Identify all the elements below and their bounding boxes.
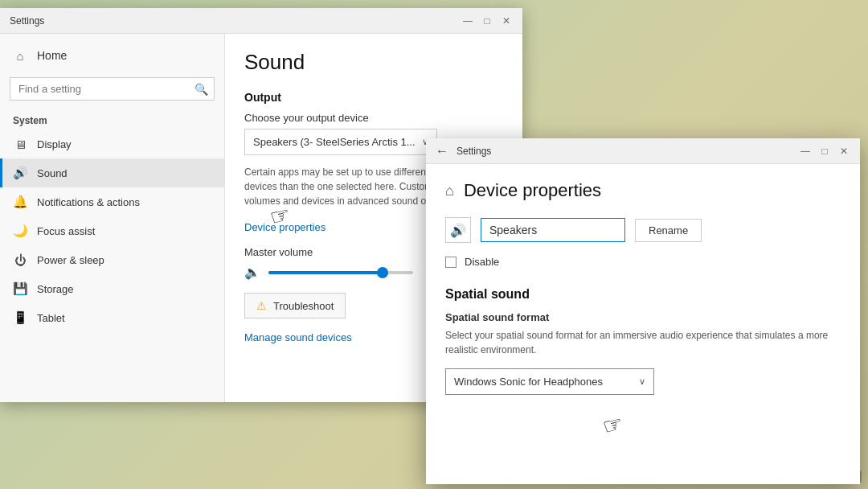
volume-speaker-icon: 🔈	[244, 265, 260, 280]
back-arrow-icon[interactable]: ←	[436, 144, 448, 158]
speaker-box-icon: 🔊	[450, 223, 466, 238]
speakers-input-row: 🔊 Rename	[445, 217, 841, 243]
power-icon: ⏻	[13, 253, 27, 267]
dp-page-title: ⌂ Device properties	[445, 180, 841, 201]
maximize-button[interactable]: □	[481, 14, 493, 27]
dp-window-controls: — □ ✕	[799, 145, 850, 158]
device-properties-window: ← Settings — □ ✕ ⌂ Device properties 🔊 R…	[426, 138, 860, 484]
dp-titlebar-left: ← Settings	[436, 144, 491, 158]
spatial-description: Select your spatial sound format for an …	[445, 328, 841, 357]
main-window-title: Settings	[10, 15, 44, 27]
system-section-label: System	[0, 107, 224, 129]
sidebar-item-label: Storage	[37, 283, 74, 295]
cursor-hand-spatial: ☞	[600, 409, 626, 440]
sidebar-item-label: Focus assist	[37, 225, 95, 237]
disable-label: Disable	[465, 256, 499, 268]
speaker-icon-box: 🔊	[445, 217, 471, 243]
troubleshoot-label: Troubleshoot	[273, 300, 334, 312]
dp-page-title-text: Device properties	[464, 180, 601, 201]
sidebar-item-storage[interactable]: 💾 Storage	[0, 274, 224, 303]
choose-output-label: Choose your output device	[244, 112, 503, 124]
search-icon: 🔍	[194, 83, 208, 96]
sidebar-home-label: Home	[37, 49, 67, 62]
dp-window-title: Settings	[457, 146, 491, 157]
dp-home-icon: ⌂	[445, 183, 454, 199]
dp-close-button[interactable]: ✕	[837, 145, 850, 158]
home-icon: ⌂	[13, 48, 27, 63]
sidebar-item-tablet[interactable]: 📱 Tablet	[0, 303, 224, 332]
spatial-sound-dropdown[interactable]: Windows Sonic for Headphones ∨	[445, 368, 654, 395]
close-button[interactable]: ✕	[500, 14, 513, 27]
sidebar-item-label: Display	[37, 138, 72, 150]
spatial-dropdown-arrow-icon: ∨	[639, 376, 645, 387]
notifications-icon: 🔔	[13, 195, 27, 209]
dp-titlebar: ← Settings — □ ✕	[426, 138, 860, 164]
warning-icon: ⚠	[256, 299, 267, 312]
sidebar-item-sound[interactable]: 🔊 Sound	[0, 158, 224, 187]
dp-minimize-button[interactable]: —	[799, 145, 812, 158]
storage-icon: 💾	[13, 281, 27, 296]
spatial-format-label: Spatial sound format	[445, 311, 841, 323]
manage-sound-devices-link[interactable]: Manage sound devices	[244, 331, 352, 343]
rename-button[interactable]: Rename	[635, 219, 702, 242]
disable-checkbox[interactable]	[445, 257, 457, 268]
focus-icon: 🌙	[13, 224, 27, 238]
volume-thumb	[377, 267, 388, 278]
sidebar-item-notifications[interactable]: 🔔 Notifications & actions	[0, 187, 224, 216]
speakers-name-input[interactable]	[481, 218, 625, 242]
sidebar-home-item[interactable]: ⌂ Home	[0, 40, 224, 71]
sidebar-item-label: Sound	[37, 167, 68, 179]
main-titlebar: Settings — □ ✕	[0, 8, 522, 34]
minimize-button[interactable]: —	[461, 14, 474, 27]
device-name-text: Speakers (3- SteelSeries Arctis 1...	[253, 136, 416, 148]
sidebar-item-display[interactable]: 🖥 Display	[0, 129, 224, 158]
sidebar-item-power[interactable]: ⏻ Power & sleep	[0, 245, 224, 274]
dp-maximize-button[interactable]: □	[818, 145, 831, 158]
main-window-controls: — □ ✕	[461, 14, 513, 27]
search-container: 🔍	[10, 77, 215, 101]
dp-body: ⌂ Device properties 🔊 Rename Disable Spa…	[426, 164, 860, 484]
output-device-dropdown[interactable]: Speakers (3- SteelSeries Arctis 1... ∨	[244, 129, 437, 155]
volume-slider[interactable]	[268, 271, 413, 274]
troubleshoot-button[interactable]: ⚠ Troubleshoot	[244, 293, 346, 318]
output-description: Certain apps may be set up to use differ…	[244, 165, 453, 208]
sound-icon: 🔊	[13, 166, 27, 180]
output-section-title: Output	[244, 91, 503, 104]
volume-fill	[268, 271, 384, 274]
spatial-sound-section-title: Spatial sound	[445, 287, 841, 302]
spatial-dropdown-value: Windows Sonic for Headphones	[454, 376, 603, 388]
page-title: Sound	[244, 50, 503, 75]
display-icon: 🖥	[13, 137, 27, 151]
sidebar-item-focus[interactable]: 🌙 Focus assist	[0, 216, 224, 245]
sidebar-item-label: Notifications & actions	[37, 196, 140, 208]
tablet-icon: 📱	[13, 310, 27, 325]
sidebar-item-label: Tablet	[37, 312, 65, 324]
disable-row: Disable	[445, 256, 841, 268]
sidebar: ⌂ Home 🔍 System 🖥 Display 🔊 Sound 🔔 Noti…	[0, 34, 225, 402]
sidebar-item-label: Power & sleep	[37, 254, 104, 266]
search-input[interactable]	[10, 77, 215, 101]
